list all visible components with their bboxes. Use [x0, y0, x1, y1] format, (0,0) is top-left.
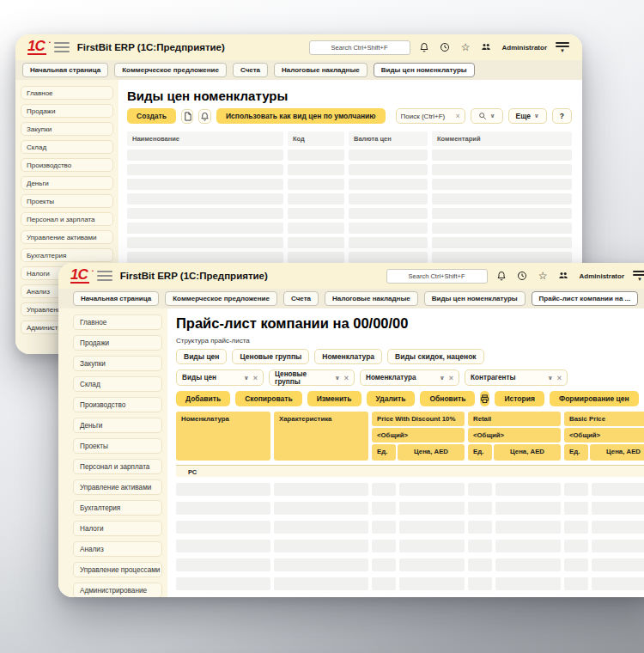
structure-chip-discount-kinds[interactable]: Виды скидок, наценок: [387, 349, 484, 364]
global-search-input[interactable]: [309, 40, 410, 55]
filter-price-kinds[interactable]: Виды цен∨×: [176, 369, 264, 386]
favorites-star-icon[interactable]: ☆: [537, 270, 550, 283]
tab-tax-invoices[interactable]: Налоговые накладные: [325, 291, 418, 306]
sidebar-item-sales[interactable]: Продажи: [21, 104, 113, 118]
sidebar-item-production[interactable]: Производство: [21, 158, 113, 172]
sidebar-item-accounting[interactable]: Бухгалтерия: [73, 500, 162, 516]
clear-filter-icon[interactable]: ×: [344, 375, 349, 381]
global-search-input[interactable]: [386, 269, 488, 284]
unit-header[interactable]: Ед.: [468, 444, 492, 461]
column-header-comment[interactable]: Комментарий: [432, 131, 572, 146]
sidebar-item-sales[interactable]: Продажи: [73, 335, 162, 351]
sidebar-item-accounting[interactable]: Бухгалтерия: [21, 248, 113, 262]
tab-invoices[interactable]: Счета: [283, 291, 319, 306]
column-header-nomenclature[interactable]: Номенклатура: [176, 412, 270, 461]
tab-price-kinds[interactable]: Виды цен номенклатуры: [374, 63, 475, 77]
clear-filter-icon[interactable]: ×: [253, 375, 258, 381]
filter-counterparties[interactable]: Контрагенты∨×: [465, 369, 568, 386]
refresh-button[interactable]: Обновить: [420, 391, 475, 406]
structure-chip-nomenclature[interactable]: Номенклатура: [314, 349, 382, 364]
new-document-icon[interactable]: [181, 109, 194, 124]
more-button[interactable]: Еще∨: [508, 108, 547, 124]
tab-commercial-offer[interactable]: Коммерческое предложение: [165, 291, 277, 306]
unit-header[interactable]: Ед.: [564, 444, 588, 461]
price-formation-button[interactable]: Формирование цен: [550, 391, 639, 406]
sidebar-item-asset-management[interactable]: Управление активами: [73, 479, 162, 495]
tab-price-list[interactable]: Прайс-лист компании на ...: [532, 291, 639, 306]
delete-button[interactable]: Удалить: [367, 391, 416, 406]
sidebar-item-projects[interactable]: Проекты: [73, 438, 162, 454]
list-search-input[interactable]: [401, 113, 453, 120]
reminder-bell-icon[interactable]: [198, 109, 211, 124]
search-settings-button[interactable]: ∨: [471, 108, 503, 124]
use-as-default-button[interactable]: Использовать как вид цен по умолчанию: [216, 108, 386, 124]
price-header[interactable]: Цена, AED: [398, 444, 465, 461]
sidebar-item-warehouse[interactable]: Склад: [21, 140, 113, 154]
tab-price-kinds[interactable]: Виды цен номенклатуры: [424, 291, 526, 306]
structure-chip-price-kinds[interactable]: Виды цен: [176, 349, 227, 364]
sidebar-item-administration[interactable]: Администрирование: [73, 583, 162, 597]
scope-cell[interactable]: <Общий>: [468, 428, 561, 442]
notifications-bell-icon[interactable]: [418, 41, 431, 54]
column-header-retail[interactable]: Retail: [468, 412, 561, 426]
user-menu[interactable]: Administrator: [502, 44, 547, 52]
structure-chip-price-groups[interactable]: Ценовые группы: [232, 349, 309, 364]
sidebar-item-taxes[interactable]: Налоги: [73, 521, 162, 536]
edit-button[interactable]: Изменить: [307, 391, 361, 406]
create-button[interactable]: Создать: [127, 108, 176, 124]
column-header-characteristic[interactable]: Характеристика: [274, 412, 368, 461]
filter-price-groups[interactable]: Ценовые группы∨×: [269, 369, 355, 386]
sidebar-item-process-management[interactable]: Управление процессами: [73, 562, 162, 577]
sidebar-item-hr-payroll[interactable]: Персонал и зарплата: [73, 459, 162, 474]
sidebar-item-purchases[interactable]: Закупки: [21, 122, 113, 136]
sidebar-item-money[interactable]: Деньги: [73, 418, 162, 433]
tab-home[interactable]: Начальная страница: [22, 63, 108, 77]
group-row[interactable]: РС: [176, 465, 644, 477]
notifications-bell-icon[interactable]: [495, 270, 508, 283]
tab-home[interactable]: Начальная страница: [73, 291, 159, 306]
clear-filter-icon[interactable]: ×: [449, 375, 453, 381]
column-header-basic-price[interactable]: Basic Price: [564, 412, 644, 426]
column-header-price-discount[interactable]: Price With Discount 10%: [372, 412, 465, 426]
column-header-name[interactable]: Наименование: [127, 131, 283, 146]
main-menu-icon[interactable]: ▼: [555, 42, 570, 52]
clear-search-icon[interactable]: ×: [456, 113, 460, 119]
history-button[interactable]: История: [495, 391, 544, 406]
sidebar-item-asset-management[interactable]: Управление активами: [21, 230, 113, 244]
print-button[interactable]: [480, 391, 489, 406]
user-menu[interactable]: Administrator: [580, 272, 624, 280]
column-header-currency[interactable]: Валюта цен: [349, 131, 428, 146]
sidebar-item-analysis[interactable]: Анализ: [73, 541, 162, 557]
sidebar-item-projects[interactable]: Проекты: [21, 194, 113, 208]
sidebar-item-main[interactable]: Главное: [21, 86, 113, 100]
discussions-people-icon[interactable]: [557, 270, 570, 283]
tab-commercial-offer[interactable]: Коммерческое предложение: [114, 63, 227, 77]
unit-header[interactable]: Ед.: [372, 444, 396, 461]
add-button[interactable]: Добавить: [176, 391, 230, 406]
favorites-star-icon[interactable]: ☆: [459, 41, 472, 54]
sidebar-item-warehouse[interactable]: Склад: [73, 376, 162, 392]
discussions-people-icon[interactable]: [480, 41, 493, 54]
tab-invoices[interactable]: Счета: [233, 63, 268, 77]
price-header[interactable]: Цена, AED: [494, 444, 561, 461]
history-icon[interactable]: [439, 41, 452, 54]
copy-button[interactable]: Скопировать: [235, 391, 301, 406]
sidebar-item-production[interactable]: Производство: [73, 397, 162, 412]
chevron-down-icon: ∨: [335, 375, 340, 381]
price-header[interactable]: Цена, AED: [590, 444, 644, 461]
tab-tax-invoices[interactable]: Налоговые накладные: [274, 63, 368, 77]
scope-cell[interactable]: <Общий>: [564, 428, 644, 442]
sidebar-item-purchases[interactable]: Закупки: [73, 356, 162, 371]
scope-cell[interactable]: <Общий>: [372, 428, 465, 442]
column-header-code[interactable]: Код: [288, 131, 344, 146]
clear-filter-icon[interactable]: ×: [557, 375, 562, 381]
sidebar-item-money[interactable]: Деньги: [21, 176, 113, 190]
main-menu-icon[interactable]: ▼: [632, 271, 644, 281]
sidebar-item-main[interactable]: Главное: [73, 314, 162, 330]
filter-nomenclature[interactable]: Номенклатура∨×: [360, 369, 459, 386]
hamburger-menu-icon[interactable]: [54, 42, 70, 52]
help-button[interactable]: ?: [552, 108, 572, 124]
history-icon[interactable]: [516, 270, 529, 283]
sidebar-item-hr-payroll[interactable]: Персонал и зарплата: [21, 212, 113, 226]
hamburger-menu-icon[interactable]: [97, 271, 112, 281]
